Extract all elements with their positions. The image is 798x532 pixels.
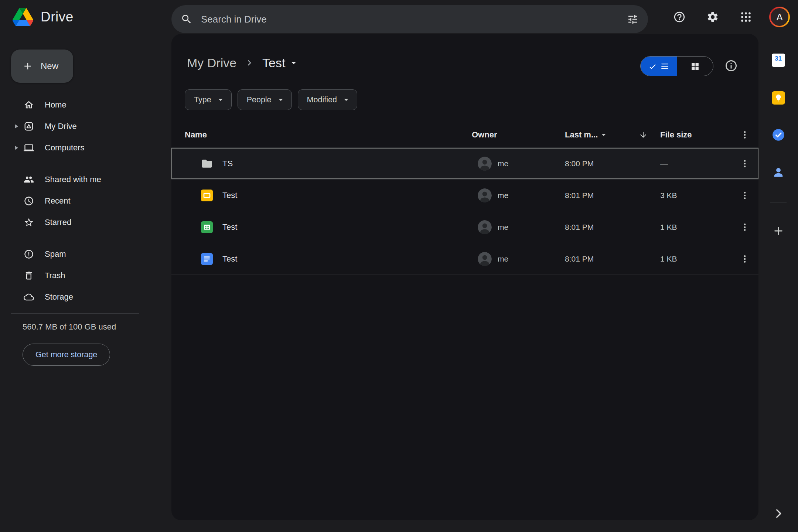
- contacts-icon[interactable]: [768, 162, 789, 183]
- keep-icon[interactable]: [768, 88, 789, 108]
- modified-time: 8:00 PM: [565, 159, 639, 168]
- file-name: Test: [222, 222, 237, 232]
- row-actions-kebab-icon[interactable]: [735, 217, 755, 237]
- filter-chip-type[interactable]: Type: [185, 89, 232, 110]
- sort-direction-arrow-icon[interactable]: [639, 130, 660, 139]
- search-options-tune-icon[interactable]: [622, 8, 644, 30]
- sidebar-item-my-drive[interactable]: My Drive: [0, 116, 171, 137]
- settings-gear-icon[interactable]: [703, 7, 723, 27]
- calendar-day: 31: [772, 54, 785, 64]
- column-header-owner[interactable]: Owner: [472, 130, 565, 140]
- drive-logo[interactable]: Drive: [13, 0, 74, 34]
- calendar-icon[interactable]: 31: [768, 50, 789, 71]
- home-icon: [24, 100, 34, 110]
- file-table: Name Owner Last m... File size TSme8:00 …: [171, 122, 758, 275]
- modified-time: 8:01 PM: [565, 191, 639, 200]
- sidebar-item-label: My Drive: [45, 122, 77, 131]
- file-row[interactable]: TSme8:00 PM—: [171, 148, 758, 180]
- nav-group-gap: [0, 233, 171, 243]
- row-actions-kebab-icon[interactable]: [735, 185, 755, 205]
- tasks-icon[interactable]: [768, 125, 789, 145]
- owner-name: me: [498, 255, 508, 263]
- owner-avatar: [478, 188, 492, 202]
- sidebar-item-shared-with-me[interactable]: Shared with me: [0, 169, 171, 190]
- sidebar: New HomeMy DriveComputersShared with meR…: [0, 34, 171, 532]
- sidebar-item-label: Storage: [45, 292, 73, 302]
- dropdown-caret-icon: [341, 95, 351, 105]
- google-apps-grid-icon[interactable]: [736, 7, 756, 27]
- file-size: —: [660, 159, 735, 168]
- column-header-name[interactable]: Name: [185, 130, 472, 140]
- breadcrumb-my-drive[interactable]: My Drive: [185, 56, 239, 70]
- search-bar[interactable]: [171, 5, 648, 33]
- expand-arrow-icon[interactable]: [15, 124, 18, 129]
- file-size: 1 KB: [660, 223, 735, 232]
- filter-chip-label: People: [247, 95, 272, 105]
- filter-chip-modified[interactable]: Modified: [298, 89, 357, 110]
- sidebar-divider: [11, 313, 139, 314]
- search-icon[interactable]: [176, 8, 197, 30]
- filter-chip-people[interactable]: People: [238, 89, 292, 110]
- sidebar-item-label: Recent: [45, 196, 71, 206]
- storage-usage-text: 560.7 MB of 100 GB used: [23, 322, 116, 332]
- file-name-cell: Test: [185, 253, 472, 265]
- modified-time: 8:01 PM: [565, 255, 639, 263]
- owner-avatar: [478, 220, 492, 234]
- grid-view-button[interactable]: [677, 57, 713, 76]
- file-name-cell: Test: [185, 221, 472, 233]
- column-header-modified[interactable]: Last m...: [565, 130, 639, 140]
- slides-icon: [201, 190, 213, 201]
- table-header: Name Owner Last m... File size: [171, 122, 758, 148]
- owner-avatar: [478, 252, 492, 266]
- file-row[interactable]: Testme8:01 PM1 KB: [171, 243, 758, 275]
- new-button[interactable]: New: [11, 50, 73, 83]
- owner-cell: me: [472, 220, 565, 234]
- sidebar-item-starred[interactable]: Starred: [0, 212, 171, 233]
- owner-cell: me: [472, 157, 565, 171]
- sidebar-item-storage[interactable]: Storage: [0, 286, 171, 308]
- owner-cell: me: [472, 188, 565, 202]
- expand-arrow-icon[interactable]: [15, 146, 18, 150]
- breadcrumb-current-folder[interactable]: Test: [260, 56, 301, 70]
- row-actions-kebab-icon[interactable]: [735, 249, 755, 269]
- owner-name: me: [498, 191, 508, 200]
- sidebar-nav: HomeMy DriveComputersShared with meRecen…: [0, 94, 171, 308]
- storage-icon: [24, 292, 34, 302]
- show-side-panel-chevron-icon[interactable]: [768, 503, 789, 524]
- file-row[interactable]: Testme8:01 PM3 KB: [171, 180, 758, 211]
- my-drive-icon: [24, 121, 34, 132]
- sidebar-item-computers[interactable]: Computers: [0, 137, 171, 158]
- add-side-panel-app-plus-icon[interactable]: [768, 221, 789, 241]
- sidebar-item-label: Computers: [45, 143, 85, 153]
- search-input[interactable]: [197, 14, 622, 25]
- sidebar-item-label: Home: [45, 100, 66, 110]
- filter-chip-label: Modified: [307, 95, 337, 105]
- avatar-letter: A: [771, 8, 788, 26]
- owner-avatar: [478, 157, 492, 171]
- view-toggle: [640, 56, 713, 76]
- dropdown-caret-icon: [288, 57, 299, 68]
- get-more-storage-button[interactable]: Get more storage: [23, 344, 110, 366]
- plus-icon: [22, 61, 33, 72]
- breadcrumb: My Drive Test: [185, 51, 301, 75]
- details-info-icon[interactable]: [721, 55, 741, 76]
- list-view-button[interactable]: [641, 57, 677, 76]
- dropdown-caret-icon: [276, 95, 286, 105]
- spam-icon: [24, 249, 34, 259]
- file-row[interactable]: Testme8:01 PM1 KB: [171, 211, 758, 243]
- row-actions-kebab-icon[interactable]: [735, 154, 755, 174]
- help-icon[interactable]: [669, 7, 689, 27]
- column-header-size[interactable]: File size: [660, 130, 735, 140]
- column-options-kebab-icon[interactable]: [735, 125, 755, 145]
- recent-icon: [24, 196, 34, 206]
- file-name: Test: [222, 254, 237, 264]
- top-bar: Drive A: [0, 0, 798, 34]
- sidebar-item-home[interactable]: Home: [0, 94, 171, 116]
- file-name: Test: [222, 191, 237, 200]
- sidebar-item-trash[interactable]: Trash: [0, 265, 171, 286]
- sidebar-item-label: Starred: [45, 218, 71, 227]
- sidebar-item-spam[interactable]: Spam: [0, 243, 171, 265]
- account-avatar[interactable]: A: [769, 7, 790, 27]
- grid-view-icon: [690, 62, 700, 71]
- sidebar-item-recent[interactable]: Recent: [0, 190, 171, 212]
